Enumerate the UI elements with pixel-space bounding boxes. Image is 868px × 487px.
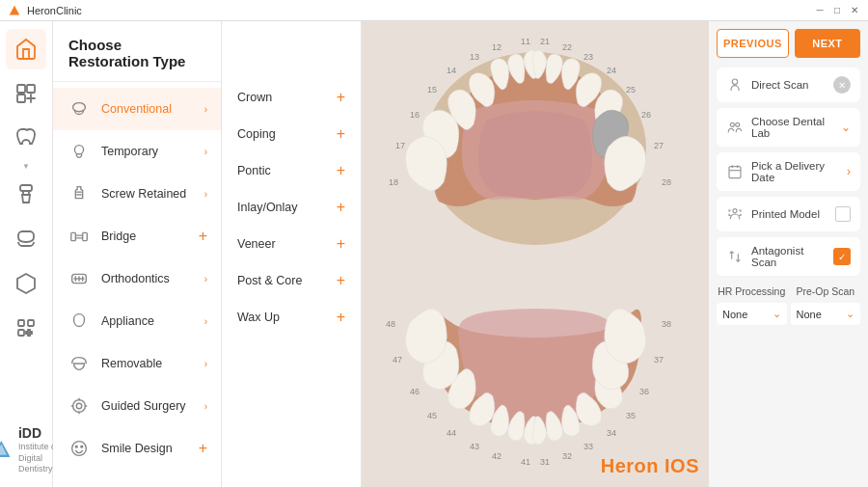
appliance-arrow: › <box>204 316 207 327</box>
temporary-arrow: › <box>204 147 207 157</box>
svg-text:22: 22 <box>562 42 572 52</box>
svg-text:14: 14 <box>447 66 456 75</box>
sidebar-item-model[interactable] <box>6 263 46 304</box>
guided-surgery-arrow: › <box>204 401 207 412</box>
svg-point-29 <box>81 446 83 447</box>
direct-scan-badge[interactable]: ✕ <box>833 76 851 94</box>
dental-chart[interactable]: 11 21 12 22 13 23 14 24 15 25 16 26 17 2… <box>362 21 709 487</box>
nav-buttons: PREVIOUS NEXT <box>717 29 860 58</box>
wax-up-label: Wax Up <box>237 311 280 324</box>
svg-rect-4 <box>20 185 32 191</box>
svg-text:27: 27 <box>654 141 664 150</box>
processing-selects: None ⌄ None ⌄ <box>717 303 860 325</box>
option-dental-lab[interactable]: Choose Dental Lab ⌄ <box>717 108 860 147</box>
svg-point-22 <box>76 403 82 409</box>
svg-text:12: 12 <box>492 42 502 52</box>
dental-lab-label: Choose Dental Lab <box>751 116 833 139</box>
next-button[interactable]: NEXT <box>795 29 860 58</box>
maximize-btn[interactable]: □ <box>831 5 843 16</box>
svg-text:11: 11 <box>521 37 530 46</box>
svg-rect-6 <box>28 320 34 326</box>
preop-scan-select[interactable]: None ⌄ <box>791 303 861 325</box>
sidebar-item-aligner[interactable] <box>6 219 46 259</box>
option-printed-model[interactable]: Printed Model <box>717 197 860 231</box>
sidebar-item-implant[interactable] <box>6 175 46 215</box>
hr-processing-select[interactable]: None ⌄ <box>717 303 787 325</box>
svg-text:16: 16 <box>410 110 420 120</box>
group-icon <box>726 119 744 136</box>
orthodontics-arrow: › <box>204 274 207 284</box>
svg-text:21: 21 <box>540 37 550 46</box>
sub-item-crown[interactable]: Crown + <box>222 79 361 116</box>
category-item-temporary[interactable]: Temporary › <box>53 130 221 173</box>
category-item-screw-retained[interactable]: Screw Retained › <box>53 173 221 215</box>
icon-sidebar: ▼ <box>0 21 53 487</box>
sub-item-coping[interactable]: Coping + <box>222 116 361 152</box>
svg-text:17: 17 <box>395 141 405 150</box>
person-scan-icon <box>726 205 744 223</box>
category-item-orthodontics[interactable]: Orthodontics › <box>53 257 221 300</box>
close-btn[interactable]: ✕ <box>849 5 860 16</box>
category-item-guided-surgery[interactable]: Guided Surgery › <box>53 385 221 427</box>
option-direct-scan[interactable]: Direct Scan ✕ <box>717 68 860 102</box>
option-antagonist-scan[interactable]: Antagonist Scan ✓ <box>717 237 860 276</box>
option-delivery-date[interactable]: Pick a Delivery Date › <box>717 152 860 191</box>
category-item-conventional[interactable]: Conventional › <box>53 88 221 130</box>
right-panel: PREVIOUS NEXT Direct Scan ✕ Choose Denta… <box>709 21 868 487</box>
sub-item-post-core[interactable]: Post & Core + <box>222 262 361 299</box>
svg-rect-15 <box>83 232 88 240</box>
sub-item-pontic[interactable]: Pontic + <box>222 152 361 189</box>
crown-label: Crown <box>237 91 272 104</box>
svg-point-63 <box>732 79 737 84</box>
printed-model-checkbox[interactable] <box>835 206 851 222</box>
svg-text:37: 37 <box>654 355 664 365</box>
removable-label: Removable <box>101 357 195 370</box>
minimize-btn[interactable]: ─ <box>814 5 826 16</box>
category-item-bridge[interactable]: Bridge + <box>53 215 221 257</box>
appliance-label: Appliance <box>101 314 195 328</box>
sidebar-item-home[interactable] <box>6 29 46 69</box>
screw-retained-label: Screw Retained <box>101 187 195 201</box>
conventional-icon <box>67 96 92 122</box>
removable-icon <box>67 351 92 376</box>
svg-rect-5 <box>18 320 24 326</box>
antagonist-scan-checkbox[interactable]: ✓ <box>833 248 851 265</box>
svg-point-64 <box>730 122 734 126</box>
veneer-label: Veneer <box>237 237 276 251</box>
delivery-date-arrow: › <box>847 165 851 178</box>
svg-text:46: 46 <box>410 387 420 396</box>
svg-text:15: 15 <box>427 85 437 95</box>
removable-arrow: › <box>204 359 207 369</box>
arrows-icon <box>726 248 744 265</box>
previous-button[interactable]: PREVIOUS <box>717 29 789 58</box>
direct-scan-label: Direct Scan <box>751 79 826 91</box>
conventional-arrow: › <box>204 104 207 115</box>
window-controls[interactable]: ─ □ ✕ <box>814 5 860 16</box>
svg-text:43: 43 <box>470 442 479 451</box>
category-item-smile-design[interactable]: Smile Design + <box>53 427 221 470</box>
svg-text:36: 36 <box>639 387 649 396</box>
category-item-appliance[interactable]: Appliance › <box>53 300 221 342</box>
sidebar-item-teeth[interactable] <box>6 118 46 158</box>
svg-text:13: 13 <box>470 52 479 62</box>
svg-text:24: 24 <box>607 66 616 75</box>
screw-retained-icon <box>67 181 92 206</box>
svg-text:42: 42 <box>492 451 502 461</box>
smile-design-label: Smile Design <box>101 442 189 455</box>
svg-point-65 <box>736 122 740 126</box>
app-icon <box>8 4 21 17</box>
sub-item-veneer[interactable]: Veneer + <box>222 226 361 262</box>
inlay-onlay-plus: + <box>337 199 345 216</box>
sidebar-chevron-down[interactable]: ▼ <box>22 162 30 171</box>
dental-lab-chevron: ⌄ <box>841 121 851 134</box>
svg-text:38: 38 <box>662 319 671 329</box>
svg-text:35: 35 <box>626 411 636 420</box>
svg-text:23: 23 <box>583 52 593 62</box>
sub-item-inlay-onlay[interactable]: Inlay/Onlay + <box>222 189 361 226</box>
svg-text:28: 28 <box>662 177 671 187</box>
sidebar-item-edit[interactable] <box>6 73 46 114</box>
sub-item-wax-up[interactable]: Wax Up + <box>222 299 361 336</box>
category-item-removable[interactable]: Removable › <box>53 342 221 385</box>
category-panel: Choose Restoration Type Conventional › <box>53 21 222 487</box>
sidebar-item-scan[interactable] <box>6 308 46 348</box>
